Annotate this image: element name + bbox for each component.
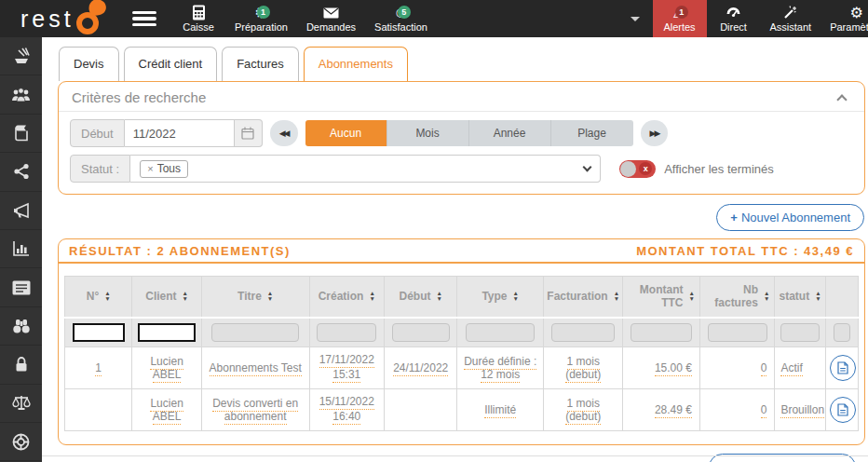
calendar-icon[interactable] xyxy=(235,119,263,147)
filter-input-nb-factures[interactable] xyxy=(708,323,767,342)
prev-period-button[interactable]: ◀◀ xyxy=(270,120,298,146)
cell-type[interactable]: Durée définie : 12 mois xyxy=(464,355,536,383)
sidebar-item-stats[interactable] xyxy=(0,230,42,268)
cell-montant[interactable]: 28.49 € xyxy=(655,403,692,418)
col-header-type[interactable]: Type▲▼ xyxy=(457,277,544,318)
sidebar-item-share[interactable] xyxy=(0,153,42,191)
plus-icon: + xyxy=(730,211,738,224)
col-header-creation[interactable]: Création▲▼ xyxy=(309,277,384,318)
nav-item-assistant[interactable]: Assistant xyxy=(761,0,821,37)
cell-creation-date[interactable]: 15/11/2022 xyxy=(319,395,374,410)
account-caret-icon[interactable] xyxy=(631,17,640,21)
date-label: Début xyxy=(70,119,125,147)
cell-nb-factures[interactable]: 0 xyxy=(761,403,767,418)
cell-num[interactable]: 1 xyxy=(95,361,102,376)
cell-debut[interactable]: 24/11/2022 xyxy=(393,361,448,376)
tab-abonnements[interactable]: Abonnements xyxy=(304,47,408,81)
pdf-button[interactable] xyxy=(830,355,856,381)
tag-remove-icon[interactable]: × xyxy=(147,163,153,174)
period-option-plage[interactable]: Plage xyxy=(551,120,633,146)
filter-input-client[interactable] xyxy=(138,323,196,342)
hamburger-menu-icon[interactable] xyxy=(132,8,156,30)
nav-item-parametres[interactable]: ⚙ Paramètres xyxy=(821,0,868,37)
cell-type[interactable]: Illimité xyxy=(484,403,516,418)
criteria-header[interactable]: Critères de recherche xyxy=(59,82,864,112)
col-header-num[interactable]: N°▲▼ xyxy=(65,277,132,318)
col-header-titre[interactable]: Titre▲▼ xyxy=(201,277,309,318)
cell-nb-factures[interactable]: 0 xyxy=(761,361,767,376)
cell-creation-time[interactable]: 16:40 xyxy=(332,410,360,425)
filter-input-montant[interactable] xyxy=(631,323,692,342)
cell-statut[interactable]: Actif xyxy=(780,361,802,376)
filter-input-num[interactable] xyxy=(73,323,125,342)
cell-client[interactable]: Lucien ABEL xyxy=(150,397,183,425)
nav-item-alertes[interactable]: ⚠1 Alertes xyxy=(653,0,707,37)
col-header-montant[interactable]: Montant TTC▲▼ xyxy=(623,277,699,318)
cell-titre[interactable]: Abonnements Test xyxy=(210,361,302,376)
period-option-mois[interactable]: Mois xyxy=(387,120,469,146)
nav-label: Préparation xyxy=(235,21,288,33)
col-header-client[interactable]: Client▲▼ xyxy=(132,277,201,318)
nav-item-satisfaction[interactable]: ☺5 Satisfaction xyxy=(365,0,437,37)
sidebar-item-clients[interactable] xyxy=(0,75,42,114)
filter-input-facturation[interactable] xyxy=(551,323,615,342)
filter-input-actions[interactable] xyxy=(834,323,850,342)
chevron-down-icon xyxy=(583,163,592,172)
period-option-annee[interactable]: Année xyxy=(469,120,551,146)
new-subscription-button-top[interactable]: +Nouvel Abonnement xyxy=(716,204,864,231)
date-input[interactable] xyxy=(125,119,235,147)
cell-titre[interactable]: Devis converti en abonnement xyxy=(212,397,298,425)
alertes-badge: 1 xyxy=(675,6,688,19)
sidebar-item-menu-card[interactable] xyxy=(0,268,42,306)
list-card-icon xyxy=(12,280,31,295)
logo-text: rest xyxy=(20,6,75,33)
cell-montant[interactable]: 15.00 € xyxy=(655,361,692,376)
col-header-facturation[interactable]: Facturation▲▼ xyxy=(543,277,623,318)
status-select[interactable]: × Tous xyxy=(130,155,601,183)
cell-facturation[interactable]: 1 mois (debut) xyxy=(565,355,601,383)
filter-input-titre[interactable] xyxy=(211,323,299,342)
criteria-panel: Critères de recherche Début ◀◀ Aucun Moi… xyxy=(58,81,865,195)
pdf-button[interactable] xyxy=(830,397,856,423)
next-period-button[interactable]: ▶▶ xyxy=(641,120,669,146)
cell-facturation[interactable]: 1 mois (debut) xyxy=(565,397,601,425)
period-option-aucun[interactable]: Aucun xyxy=(305,120,387,146)
tab-factures[interactable]: Factures xyxy=(222,47,299,81)
nav-item-demandes[interactable]: Demandes xyxy=(297,0,365,37)
cell-statut[interactable]: Brouillon xyxy=(780,403,824,418)
sidebar-item-sales[interactable] xyxy=(0,37,42,75)
col-header-actions xyxy=(825,277,858,318)
cell-creation-time[interactable]: 15:31 xyxy=(332,368,360,383)
cell-creation-date[interactable]: 17/11/2022 xyxy=(319,353,374,368)
col-header-debut[interactable]: Début▲▼ xyxy=(384,277,456,318)
sort-icon: ▲▼ xyxy=(369,291,374,302)
filter-input-statut[interactable] xyxy=(780,323,820,342)
sidebar-item-search[interactable] xyxy=(0,307,42,346)
col-header-statut[interactable]: statut▲▼ xyxy=(775,277,825,318)
tab-credit-client[interactable]: Crédit client xyxy=(124,47,218,81)
cell-client[interactable]: Lucien ABEL xyxy=(150,355,183,383)
nav-item-preparation[interactable]: ⚙1 Préparation xyxy=(225,0,297,37)
sidebar-item-security[interactable] xyxy=(0,346,42,384)
criteria-title: Critères de recherche xyxy=(72,89,206,105)
show-finished-toggle[interactable]: x xyxy=(619,160,656,178)
status-tag: × Tous xyxy=(140,160,188,178)
nav-item-direct[interactable]: Direct xyxy=(707,0,761,37)
criteria-date-row: Début ◀◀ Aucun Mois Année Plage ▶▶ xyxy=(59,112,864,151)
nav-label: Demandes xyxy=(306,21,356,33)
sidebar-item-marketing[interactable] xyxy=(0,192,42,230)
filter-input-debut[interactable] xyxy=(392,323,450,342)
sales-register-icon xyxy=(12,47,31,65)
collapse-chevron-icon[interactable] xyxy=(836,94,847,104)
filter-input-type[interactable] xyxy=(466,323,535,342)
tab-devis[interactable]: Devis xyxy=(59,47,119,81)
nav-item-caisse[interactable]: Caisse xyxy=(171,0,225,37)
col-header-nb-factures[interactable]: Nb factures▲▼ xyxy=(699,277,774,318)
sidebar-item-legal[interactable] xyxy=(0,385,42,423)
sidebar-item-catalog[interactable] xyxy=(0,115,42,153)
sidebar-item-help[interactable] xyxy=(0,423,42,461)
smiley-icon: ☺5 xyxy=(393,4,408,21)
app-logo[interactable]: rest xyxy=(0,0,119,37)
filter-input-creation[interactable] xyxy=(317,323,376,342)
filter-row xyxy=(65,318,859,347)
